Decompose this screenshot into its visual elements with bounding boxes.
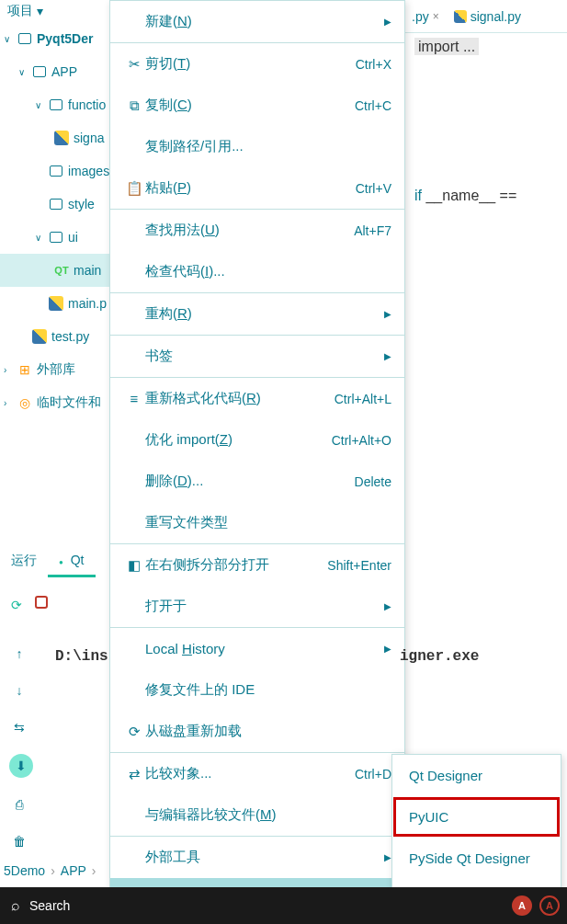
shortcut: Ctrl+X [356,57,391,72]
menu-split-right[interactable]: ◧ 在右侧拆分部分打开 Shift+Enter [110,544,404,586]
shortcut: Delete [355,474,391,489]
tree-temp-files[interactable]: › ◎ 临时文件和 [0,386,110,419]
expand-icon[interactable]: ∨ [35,100,48,110]
tree-app[interactable]: ∨ APP [0,55,110,88]
search-label[interactable]: Search [29,898,70,913]
folder-icon [48,199,64,210]
tree-label: main.p [68,296,107,311]
python-icon [454,10,467,23]
tree-ui[interactable]: ∨ ui [0,221,110,254]
menu-repair-ide[interactable]: 修复文件上的 IDE [110,669,404,711]
shortcut: Ctrl+Alt+O [332,433,391,448]
submenu-arrow-icon: ▶ [384,852,391,862]
terminal-output-left: D:\ins [55,648,108,665]
tree-label: APP [51,64,77,79]
expand-icon[interactable]: ∨ [18,67,31,77]
download-icon[interactable]: ⬇ [9,754,33,778]
code-op: == [500,188,517,203]
tree-label: images [68,164,109,178]
menu-new[interactable]: 新建(N) ▶ [110,1,404,42]
qt-tab[interactable]: Qt [48,545,96,577]
menu-cut[interactable]: ✂ 剪切(T) Ctrl+X [110,43,404,85]
submenu-arrow-icon: ▶ [384,309,391,319]
menu-override-filetype[interactable]: 重写文件类型 [110,502,404,543]
expand-icon[interactable]: ∨ [4,34,17,44]
menu-paste[interactable]: 📋 粘贴(P) Ctrl+V [110,167,404,209]
menu-reload-disk[interactable]: ⟳ 从磁盘重新加载 [110,711,404,752]
tree-main-ui[interactable]: QT main [0,254,110,287]
python-icon [31,329,48,344]
menu-inspect[interactable]: 检查代码(I)... [110,251,404,292]
submenu-qt-designer[interactable]: Qt Designer [392,755,561,796]
tool-window-tabs: 运行 Qt [0,542,110,579]
submenu-pyuic[interactable]: PyUIC [392,796,561,838]
menu-optimize-imports[interactable]: 优化 import(Z) Ctrl+Alt+O [110,419,404,461]
menu-external-tools-cn[interactable]: 外部工具 ▶ [110,837,404,878]
tree-label: ui [68,230,78,245]
expand-icon[interactable]: › [4,398,17,408]
tray-icon[interactable]: A [539,895,560,916]
python-icon [48,296,64,311]
breadcrumb-item[interactable]: APP [61,863,86,878]
menu-open-in[interactable]: 打开于 ▶ [110,586,404,627]
chevron-down-icon: ▾ [37,4,43,18]
rerun-icon[interactable]: ⟳ [7,596,26,614]
up-arrow-icon[interactable]: ↑ [9,644,29,664]
down-arrow-icon[interactable]: ↓ [9,680,29,701]
tree-signal-py[interactable]: signa [0,121,110,154]
tree-label: functio [68,97,106,112]
menu-local-history[interactable]: Local History ▶ [110,628,404,669]
tray-icon[interactable]: A [512,895,532,916]
submenu-arrow-icon: ▶ [384,601,391,611]
menu-copy[interactable]: ⧉ 复制(C) Ctrl+C [110,85,404,126]
reload-icon: ⟳ [123,724,145,740]
expand-icon[interactable]: ∨ [35,233,48,243]
tree-images[interactable]: images [0,154,110,188]
close-icon[interactable]: × [433,10,439,23]
folder-icon [48,99,64,110]
menu-bookmarks[interactable]: 书签 ▶ [110,336,404,377]
split-icon: ◧ [123,557,145,574]
tree-main-py[interactable]: main.p [0,287,110,320]
submenu-pyside-designer[interactable]: PySide Qt Designer [392,838,561,879]
run-tab[interactable]: 运行 [0,545,48,576]
menu-find-usages[interactable]: 查找用法(U) Alt+F7 [110,210,404,251]
tree-style[interactable]: style [0,188,110,221]
reformat-icon: ≡ [123,391,145,406]
tree-label: 临时文件和 [37,394,101,411]
editor-tab-2[interactable]: signal.py [447,0,528,32]
shortcut: Ctrl+C [355,98,391,113]
wrap-icon[interactable]: ⇆ [9,717,29,737]
menu-compare[interactable]: ⇄ 比较对象... Ctrl+D [110,753,404,794]
breadcrumb-item[interactable]: 5Demo [4,863,45,878]
submenu-arrow-icon: ▶ [384,17,391,27]
folder-icon [48,165,64,177]
tree-functions[interactable]: ∨ functio [0,88,110,121]
menu-delete[interactable]: 删除(D)... Delete [110,461,404,502]
import-fold[interactable]: import ... [414,38,479,55]
print-icon[interactable]: ⎙ [9,794,29,815]
tree-root[interactable]: ∨ Pyqt5Der [0,22,110,55]
copy-icon: ⧉ [123,97,145,114]
tree-label: signa [74,131,104,145]
folder-icon [31,66,48,77]
code-editor[interactable]: import ... if __name__ == [409,37,567,206]
windows-taskbar: ⌕ Search A A [0,887,567,924]
tree-external-libs[interactable]: › ⊞ 外部库 [0,353,110,386]
menu-reformat[interactable]: ≡ 重新格式化代码(R) Ctrl+Alt+L [110,378,404,419]
trash-icon[interactable]: 🗑 [9,831,29,851]
run-side-buttons: ↑ ↓ ⇆ ⬇ ⎙ 🗑 [9,644,33,851]
menu-copy-path[interactable]: 复制路径/引用... [110,126,404,167]
context-menu: 新建(N) ▶ ✂ 剪切(T) Ctrl+X ⧉ 复制(C) Ctrl+C 复制… [109,0,405,920]
expand-icon[interactable]: › [4,365,17,375]
menu-refactor[interactable]: 重构(R) ▶ [110,293,404,335]
project-tree: ∨ Pyqt5Der ∨ APP ∨ functio signa images … [0,22,110,528]
editor-tab-1[interactable]: .py × [404,0,447,32]
run-panel: ⟳ [0,588,110,633]
stop-icon[interactable] [35,596,48,609]
menu-compare-editor[interactable]: 与编辑器比较文件(M) [110,794,404,836]
search-icon[interactable]: ⌕ [11,897,20,914]
tree-test-py[interactable]: test.py [0,320,110,353]
shortcut: Alt+F7 [354,223,391,238]
project-label: 项目 [7,3,33,19]
